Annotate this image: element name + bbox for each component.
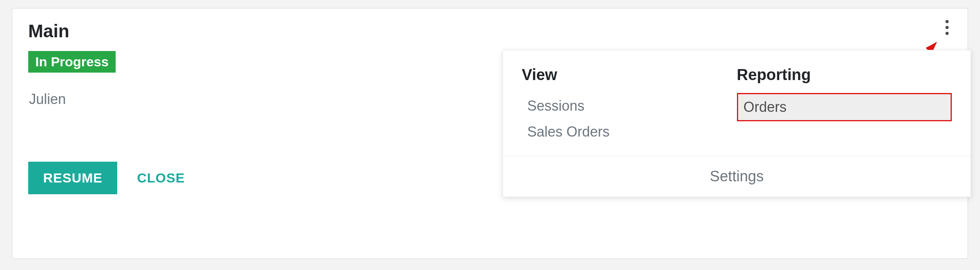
status-badge: In Progress: [28, 51, 116, 73]
user-name: Julien: [29, 91, 66, 108]
dropdown-col-reporting: Reporting Orders: [737, 66, 952, 145]
kebab-menu-button[interactable]: [935, 16, 959, 39]
resume-button[interactable]: Resume: [28, 162, 117, 194]
pos-card: Main In Progress Julien Resume Close Vie…: [12, 8, 968, 259]
kebab-dot-icon: [946, 32, 949, 35]
dropdown-columns: View Sessions Sales Orders Reporting Ord…: [503, 50, 971, 156]
menu-item-sessions[interactable]: Sessions: [522, 93, 737, 119]
reporting-heading: Reporting: [737, 66, 952, 84]
view-heading: View: [522, 66, 737, 84]
menu-item-sales-orders[interactable]: Sales Orders: [522, 119, 737, 145]
dropdown-col-view: View Sessions Sales Orders: [522, 66, 737, 145]
card-title: Main: [28, 20, 69, 42]
kebab-dot-icon: [946, 20, 949, 23]
menu-item-settings[interactable]: Settings: [710, 168, 764, 185]
kebab-dot-icon: [946, 26, 949, 29]
action-row: Resume Close: [28, 162, 193, 194]
close-button[interactable]: Close: [129, 162, 192, 194]
dropdown-footer: Settings: [503, 156, 971, 197]
menu-item-orders[interactable]: Orders: [737, 93, 952, 121]
kebab-dropdown: View Sessions Sales Orders Reporting Ord…: [503, 50, 971, 197]
